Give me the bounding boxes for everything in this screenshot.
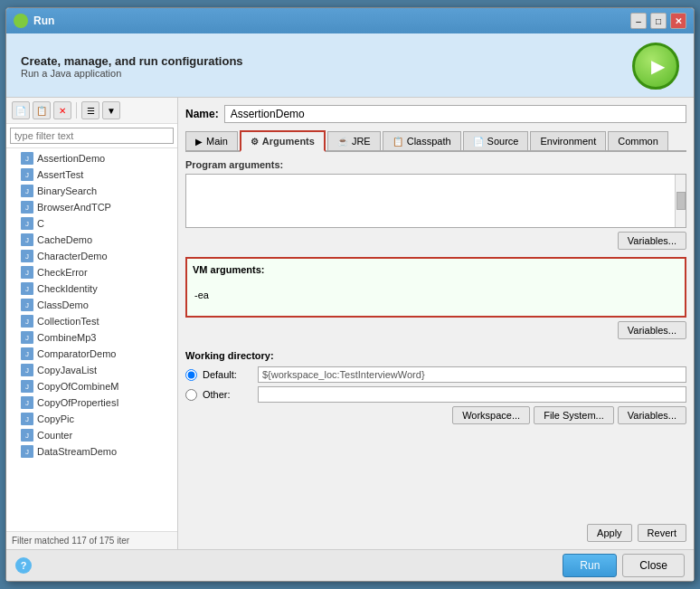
list-item[interactable]: J CollectionTest	[6, 313, 177, 329]
title-bar-controls: – □ ✕	[630, 13, 686, 29]
list-item[interactable]: J DataStreamDemo	[6, 443, 177, 460]
classpath-tab-label: Classpath	[407, 136, 451, 147]
tabs-row: ▶ Main ⚙ Arguments ☕ JRE 📋 Classpath 📄	[185, 130, 686, 152]
list-item[interactable]: J AssertTest	[6, 166, 177, 183]
header-area: Create, manage, and run configurations R…	[6, 33, 694, 98]
sidebar: 📄 📋 ✕ ☰ ▼ J AssertionDemo J AssertTest	[6, 98, 178, 549]
item-icon: J	[21, 331, 33, 344]
list-item[interactable]: J ComparatorDemo	[6, 346, 177, 362]
main-tab-icon: ▶	[195, 137, 203, 147]
default-radio-label: Default:	[203, 369, 252, 380]
item-icon: J	[21, 429, 33, 442]
item-icon: J	[21, 233, 33, 246]
minimize-button[interactable]: –	[630, 13, 647, 29]
list-item[interactable]: J BrowserAndTCP	[6, 199, 177, 215]
apply-button[interactable]: Apply	[587, 524, 632, 542]
jre-tab-icon: ☕	[337, 137, 348, 147]
default-dir-input[interactable]	[258, 366, 686, 383]
close-window-button[interactable]: ✕	[670, 13, 686, 29]
list-item[interactable]: J AssertionDemo	[6, 150, 177, 166]
copy-config-button[interactable]: 📋	[33, 101, 51, 119]
list-item[interactable]: J C	[6, 215, 177, 232]
footer-buttons: Run Close	[563, 554, 685, 577]
tab-arguments[interactable]: ⚙ Arguments	[240, 130, 326, 152]
filter-status: Filter matched 117 of 175 iter	[12, 536, 129, 546]
list-item[interactable]: J CopyJavaList	[6, 362, 177, 378]
source-tab-label: Source	[487, 136, 519, 147]
list-item[interactable]: J ClassDemo	[6, 297, 177, 313]
program-args-scrollbar[interactable]	[675, 175, 686, 227]
common-tab-label: Common	[618, 136, 658, 147]
item-label: C	[37, 218, 44, 229]
vm-args-input[interactable]	[193, 279, 679, 310]
title-bar: Run – □ ✕	[6, 8, 694, 33]
item-label: BinarySearch	[37, 185, 97, 196]
item-icon: J	[21, 380, 33, 393]
help-icon[interactable]: ?	[15, 557, 32, 574]
main-panel: Name: ▶ Main ⚙ Arguments ☕ JRE 📋	[178, 98, 694, 549]
list-item[interactable]: J CheckIdentity	[6, 280, 177, 297]
more-button[interactable]: ▼	[102, 101, 120, 119]
new-config-button[interactable]: 📄	[12, 101, 30, 119]
item-label: CopyPic	[37, 413, 74, 424]
other-radio-row: Other:	[185, 386, 686, 403]
vm-args-label: VM arguments:	[193, 264, 679, 275]
default-radio[interactable]	[185, 369, 197, 381]
item-icon: J	[21, 347, 33, 360]
vm-vars-btn-row: Variables...	[185, 321, 686, 339]
main-tab-label: Main	[206, 136, 228, 147]
other-radio-label: Other:	[203, 389, 252, 400]
list-item[interactable]: J CheckError	[6, 264, 177, 280]
workspace-button[interactable]: Workspace...	[452, 406, 530, 424]
item-icon: J	[21, 217, 33, 230]
dir-variables-button[interactable]: Variables...	[618, 406, 686, 424]
tab-environment[interactable]: Environment	[530, 131, 606, 150]
list-item[interactable]: J CharacterDemo	[6, 248, 177, 264]
default-radio-row: Default:	[185, 366, 686, 383]
run-button[interactable]: Run	[563, 554, 617, 577]
item-icon: J	[21, 445, 33, 458]
program-args-label: Program arguments:	[185, 159, 686, 170]
list-item[interactable]: J CombineMp3	[6, 329, 177, 346]
item-label: ClassDemo	[37, 299, 89, 310]
search-input[interactable]	[10, 128, 174, 144]
item-icon: J	[21, 396, 33, 409]
sidebar-toolbar: 📄 📋 ✕ ☰ ▼	[6, 98, 177, 124]
item-icon: J	[21, 413, 33, 425]
item-icon: J	[21, 299, 33, 311]
item-label: CopyOfPropertiesI	[37, 397, 118, 408]
item-label: CheckIdentity	[37, 283, 98, 294]
close-button[interactable]: Close	[622, 554, 685, 577]
other-radio[interactable]	[185, 389, 197, 401]
program-variables-button[interactable]: Variables...	[618, 232, 686, 250]
dir-buttons: Workspace... File System... Variables...	[185, 406, 686, 424]
list-item[interactable]: J CopyOfCombineM	[6, 378, 177, 394]
list-item[interactable]: J CacheDemo	[6, 232, 177, 248]
other-dir-input[interactable]	[258, 386, 686, 403]
name-input[interactable]	[224, 105, 686, 123]
sidebar-footer: Filter matched 117 of 175 iter	[6, 531, 177, 549]
tab-classpath[interactable]: 📋 Classpath	[383, 131, 461, 150]
maximize-button[interactable]: □	[650, 13, 667, 29]
tab-common[interactable]: Common	[608, 131, 668, 150]
title-bar-title: Run	[14, 14, 54, 28]
list-item[interactable]: J BinarySearch	[6, 183, 177, 199]
tab-main[interactable]: ▶ Main	[185, 131, 238, 150]
run-dialog: Run – □ ✕ Create, manage, and run config…	[5, 7, 695, 582]
program-args-input[interactable]	[186, 175, 686, 224]
list-item[interactable]: J CopyPic	[6, 411, 177, 427]
tab-source[interactable]: 📄 Source	[463, 131, 529, 150]
revert-button[interactable]: Revert	[638, 524, 686, 542]
vm-variables-button[interactable]: Variables...	[618, 321, 686, 339]
tab-jre[interactable]: ☕ JRE	[327, 131, 381, 150]
list-item[interactable]: J CopyOfPropertiesI	[6, 394, 177, 411]
list-item[interactable]: J Counter	[6, 427, 177, 443]
sidebar-list: J AssertionDemo J AssertTest J BinarySea…	[6, 148, 177, 531]
name-row: Name:	[185, 105, 686, 123]
delete-config-button[interactable]: ✕	[53, 101, 71, 119]
item-label: CheckError	[37, 267, 88, 278]
item-label: CopyJavaList	[37, 365, 97, 375]
filesystem-button[interactable]: File System...	[534, 406, 614, 424]
header-text: Create, manage, and run configurations R…	[21, 54, 243, 79]
filter-button[interactable]: ☰	[81, 101, 99, 119]
